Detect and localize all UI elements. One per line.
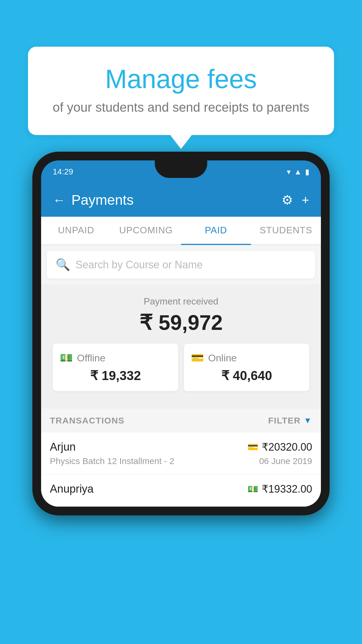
add-button[interactable]: + — [302, 193, 309, 207]
offline-payment-card: 💵 Offline ₹ 19,332 — [53, 344, 178, 391]
offline-icon: 💵 — [60, 352, 73, 364]
online-label: Online — [208, 352, 237, 364]
tab-bar: UNPAID UPCOMING PAID STUDENTS — [41, 217, 321, 245]
back-button[interactable]: ← — [53, 193, 66, 207]
transaction-row: Anupriya 💵 ₹19332.00 — [41, 475, 321, 507]
speech-bubble: Manage fees of your students and send re… — [28, 47, 334, 135]
wifi-icon: ▾ — [287, 167, 291, 176]
transaction-top: Anupriya 💵 ₹19332.00 — [50, 483, 312, 495]
status-bar: 14:29 ▾ ▲ ▮ — [41, 160, 321, 183]
online-card-header: 💳 Online — [191, 352, 302, 364]
online-payment-card: 💳 Online ₹ 40,640 — [184, 344, 309, 391]
transaction-amount: ₹19332.00 — [262, 483, 312, 495]
bubble-title: Manage fees — [48, 64, 314, 94]
header-title: Payments — [71, 192, 133, 208]
offline-amount: ₹ 19,332 — [60, 368, 171, 383]
status-icons: ▾ ▲ ▮ — [287, 167, 309, 176]
tab-paid[interactable]: PAID — [181, 217, 251, 245]
battery-icon: ▮ — [305, 167, 309, 176]
payment-cards: 💵 Offline ₹ 19,332 💳 Online ₹ 40,640 — [50, 344, 312, 400]
transaction-name: Anupriya — [50, 483, 94, 495]
online-amount: ₹ 40,640 — [191, 368, 302, 383]
settings-button[interactable]: ⚙ — [282, 192, 293, 207]
online-icon: 💳 — [191, 352, 204, 364]
tab-upcoming[interactable]: UPCOMING — [111, 217, 181, 244]
cash-payment-icon: 💵 — [247, 484, 258, 494]
card-payment-icon: 💳 — [247, 442, 258, 452]
phone-wrapper: 14:29 ▾ ▲ ▮ ← Payments ⚙ + — [32, 152, 330, 515]
filter-button[interactable]: FILTER ▼ — [268, 416, 312, 426]
bubble-subtitle: of your students and send receipts to pa… — [48, 100, 314, 115]
transaction-course: Physics Batch 12 Installment - 2 — [50, 456, 174, 466]
tab-unpaid[interactable]: UNPAID — [41, 217, 111, 244]
payment-summary: Payment received ₹ 59,972 💵 Offline ₹ 19… — [41, 284, 321, 409]
transaction-row: Arjun 💳 ₹20320.00 Physics Batch 12 Insta… — [41, 433, 321, 475]
transactions-header: TRANSACTIONS FILTER ▼ — [41, 409, 321, 433]
status-time: 14:29 — [53, 167, 73, 176]
search-input[interactable]: Search by Course or Name — [75, 259, 203, 271]
offline-card-header: 💵 Offline — [60, 352, 171, 364]
header-left: ← Payments — [53, 192, 133, 208]
payment-received-label: Payment received — [50, 296, 312, 307]
transaction-top: Arjun 💳 ₹20320.00 — [50, 441, 312, 453]
transaction-date: 06 June 2019 — [259, 456, 312, 466]
transaction-bottom: Physics Batch 12 Installment - 2 06 June… — [50, 456, 312, 466]
search-bar[interactable]: 🔍 Search by Course or Name — [47, 251, 315, 279]
offline-label: Offline — [77, 352, 106, 364]
signal-icon: ▲ — [294, 167, 302, 176]
filter-icon: ▼ — [304, 416, 312, 425]
payment-total-amount: ₹ 59,972 — [50, 310, 312, 335]
transaction-amount-wrap: 💳 ₹20320.00 — [247, 441, 312, 453]
transaction-name: Arjun — [50, 441, 76, 453]
header-right: ⚙ + — [282, 192, 309, 207]
search-icon: 🔍 — [56, 258, 70, 272]
tab-students[interactable]: STUDENTS — [251, 217, 321, 244]
filter-label: FILTER — [268, 416, 301, 426]
phone-device: 14:29 ▾ ▲ ▮ ← Payments ⚙ + — [32, 152, 330, 515]
app-screen: ← Payments ⚙ + UNPAID UPCOMING PAID STUD… — [41, 183, 321, 507]
transaction-amount: ₹20320.00 — [262, 441, 312, 453]
transactions-label: TRANSACTIONS — [50, 416, 124, 426]
app-header: ← Payments ⚙ + — [41, 183, 321, 217]
transaction-amount-wrap: 💵 ₹19332.00 — [247, 483, 312, 495]
